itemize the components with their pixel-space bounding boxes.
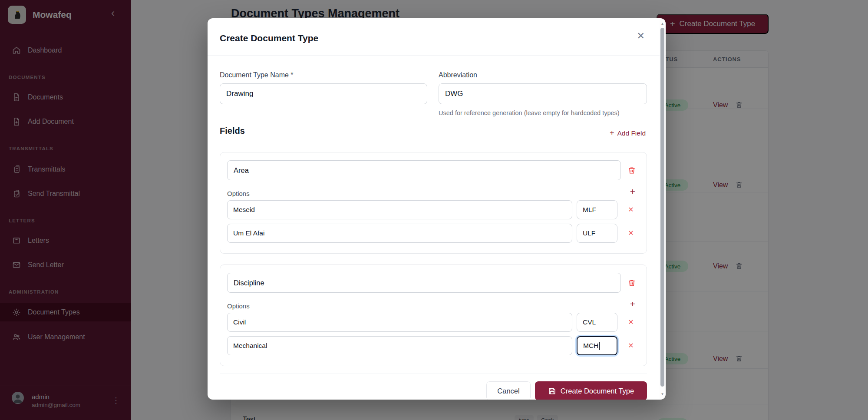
- submit-create-button[interactable]: Create Document Type: [535, 381, 647, 400]
- document-type-name-input[interactable]: [220, 83, 427, 104]
- scrollbar-thumb[interactable]: [660, 28, 664, 387]
- name-label: Document Type Name *: [220, 71, 294, 79]
- remove-option-icon[interactable]: ✕: [627, 341, 635, 350]
- add-field-button[interactable]: + Add Field: [610, 129, 646, 138]
- plus-icon: +: [610, 129, 614, 138]
- option-abbr-input[interactable]: [577, 200, 617, 219]
- delete-field-icon[interactable]: [627, 166, 636, 176]
- option-abbr-input[interactable]: [577, 224, 617, 243]
- fields-heading: Fields: [220, 126, 245, 136]
- modal-scrollbar[interactable]: ▲ ▼: [660, 19, 665, 399]
- cancel-button[interactable]: Cancel: [486, 381, 531, 400]
- scroll-up-icon[interactable]: ▲: [660, 22, 665, 26]
- modal-title: Create Document Type: [220, 33, 318, 43]
- abbreviation-helper-text: Used for reference generation (leave emp…: [439, 109, 620, 116]
- options-label: Options: [227, 190, 250, 197]
- close-icon[interactable]: ✕: [637, 30, 645, 42]
- modal-header-divider: [208, 55, 666, 56]
- add-option-icon[interactable]: +: [630, 186, 635, 197]
- option-name-input[interactable]: [227, 313, 572, 332]
- create-document-type-modal: Create Document Type ✕ Document Type Nam…: [208, 18, 666, 400]
- save-icon: [548, 387, 556, 395]
- field-card-discipline: Options + ✕ MCH ✕: [220, 265, 647, 366]
- add-field-label: Add Field: [617, 129, 646, 137]
- option-abbr-input-focused[interactable]: MCH: [577, 336, 617, 355]
- remove-option-icon[interactable]: ✕: [627, 229, 635, 237]
- field-name-input[interactable]: [227, 160, 621, 180]
- option-abbr-input[interactable]: [577, 313, 617, 332]
- delete-field-icon[interactable]: [627, 278, 636, 289]
- remove-option-icon[interactable]: ✕: [627, 318, 635, 326]
- field-name-input[interactable]: [227, 273, 621, 293]
- remove-option-icon[interactable]: ✕: [627, 205, 635, 214]
- options-label: Options: [227, 302, 250, 310]
- app-root: Document Types Management + Create Docum…: [0, 0, 868, 420]
- submit-create-label: Create Document Type: [561, 387, 634, 395]
- abbreviation-input[interactable]: [439, 83, 647, 104]
- abbreviation-label: Abbreviation: [439, 71, 477, 79]
- text-caret: [599, 342, 600, 350]
- scroll-down-icon[interactable]: ▼: [660, 392, 665, 396]
- add-option-icon[interactable]: +: [630, 299, 635, 309]
- option-name-input[interactable]: [227, 200, 572, 219]
- modal-footer-divider: [220, 374, 647, 374]
- option-name-input[interactable]: [227, 336, 572, 355]
- field-card-area: Options + ✕ ✕: [220, 152, 647, 254]
- option-name-input[interactable]: [227, 224, 572, 243]
